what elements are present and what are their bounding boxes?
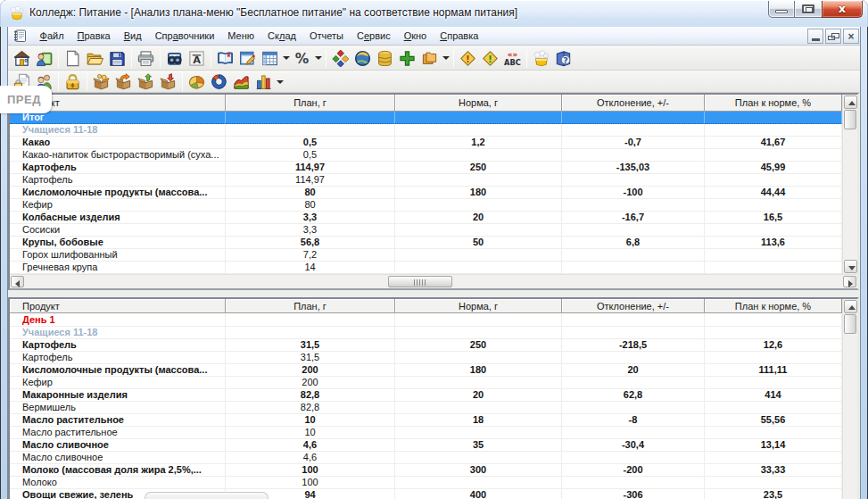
grid-row-norm[interactable]: Картофель31,5250-218,512,6 xyxy=(10,339,842,352)
menu-item-5[interactable]: Меню xyxy=(221,28,261,44)
vertical-scroll-thumb[interactable] xyxy=(844,314,856,334)
grid-row-norm[interactable]: Какао0,51,2-0,741,67 xyxy=(10,137,842,149)
grid-row-group[interactable]: Учащиеся 11-18 xyxy=(10,124,842,137)
horizontal-scrollbar[interactable] xyxy=(10,274,857,288)
scroll-left-icon[interactable] xyxy=(15,280,20,287)
grid-row-norm[interactable]: Кисломолочные продукты (массова...200180… xyxy=(10,364,842,377)
grid-row-norm[interactable]: Овощи свежие, зелень94400-30623,5 xyxy=(10,489,842,499)
mdi-restore-button[interactable] xyxy=(825,29,841,44)
menu-item-3[interactable]: Вид xyxy=(117,28,148,44)
menu-item-10[interactable]: Справка xyxy=(434,28,485,44)
menu-item-4[interactable]: Справочники xyxy=(148,28,221,44)
area-chart-button[interactable] xyxy=(230,72,252,92)
print-button[interactable] xyxy=(135,48,157,68)
grid-row-norm[interactable]: Кисломолочные продукты (массова...80180-… xyxy=(10,187,842,199)
scroll-up-icon[interactable] xyxy=(848,305,856,310)
grid-row-norm[interactable]: Крупы, бобовые56,8506,8113,6 xyxy=(10,237,842,249)
grid-row-item[interactable]: Горох шлифованный7,2 xyxy=(10,249,842,262)
column-header-3[interactable]: Норма, г xyxy=(395,299,562,313)
mdi-close-button[interactable]: × xyxy=(843,29,859,44)
find-binoculars-button[interactable] xyxy=(163,48,186,68)
pie-chart-button[interactable] xyxy=(186,72,208,92)
edit-window-button[interactable] xyxy=(236,48,259,68)
column-header-5[interactable]: План к норме, % xyxy=(705,95,842,112)
diamond-red-mark-button[interactable]: ! xyxy=(457,48,479,68)
new-document-button[interactable] xyxy=(62,48,84,68)
steaming-cup-button[interactable] xyxy=(530,48,552,68)
grid-row-norm[interactable]: Колбасные изделия3,320-16,716,5 xyxy=(10,212,842,224)
column-header-2[interactable]: План, г xyxy=(226,95,395,112)
box-arrow-green-button[interactable] xyxy=(135,72,157,92)
column-header-2[interactable]: План, г xyxy=(226,299,395,313)
grid-row-item[interactable]: Гречневая крупа14 xyxy=(10,262,842,274)
table-grid-dropdown-arrow[interactable] xyxy=(281,48,291,68)
open-book-button[interactable] xyxy=(214,48,236,68)
menu-item-2[interactable]: Правка xyxy=(70,28,117,44)
diamond-green-mark-button[interactable]: ! xyxy=(479,48,501,68)
grid-row-item[interactable]: Масло сливочное4,6 xyxy=(10,452,842,464)
maximize-button[interactable] xyxy=(795,1,822,18)
menu-item-1[interactable]: Файл xyxy=(33,28,70,44)
column-header-4[interactable]: Отклонение, +/- xyxy=(562,95,705,112)
grid-row-day[interactable]: День 1 xyxy=(10,314,842,327)
grid-row-norm[interactable]: Масло сливочное4,635-30,413,14 xyxy=(10,439,842,452)
table-grid-button[interactable] xyxy=(259,48,281,68)
grid-row-norm[interactable]: Молоко (массовая доля жира 2,5%,...10030… xyxy=(10,464,842,477)
vertical-scrollbar[interactable] xyxy=(842,299,857,499)
grid-row-total[interactable]: Итог xyxy=(10,112,842,124)
scroll-up-icon[interactable] xyxy=(848,101,856,105)
horizontal-scroll-thumb[interactable] xyxy=(388,276,452,287)
box-arrow-red-button[interactable] xyxy=(157,72,179,92)
menu-item-8[interactable]: Сервис xyxy=(350,28,397,44)
title-bar[interactable]: Колледж: Питание - [Анализ плана-меню "Б… xyxy=(0,0,868,27)
vertical-scroll-thumb[interactable] xyxy=(844,110,856,129)
document-system-menu-icon[interactable] xyxy=(12,29,27,43)
grid-row-item[interactable]: Вермишель82,8 xyxy=(10,402,842,414)
grid-row-item[interactable]: Какао-напиток быстрорастворимый (суха...… xyxy=(10,149,842,162)
donut-chart-button[interactable] xyxy=(208,72,230,92)
open-folder-button[interactable] xyxy=(84,48,106,68)
column-header-4[interactable]: Отклонение, +/- xyxy=(562,299,705,313)
grid-row-item[interactable]: Кефир80 xyxy=(10,199,842,212)
globe-button[interactable] xyxy=(351,48,374,68)
bar-chart-dropdown-arrow[interactable] xyxy=(275,72,285,92)
column-header-5[interactable]: План к норме, % xyxy=(705,299,842,313)
vertical-scrollbar[interactable] xyxy=(842,95,857,274)
grid-row-item[interactable]: Кефир200 xyxy=(10,377,842,389)
scroll-right-icon[interactable] xyxy=(848,280,853,287)
percent-button[interactable]: % xyxy=(291,48,313,68)
menu-item-9[interactable]: Окно xyxy=(397,28,434,44)
grid-row-item[interactable]: Молоко100 xyxy=(10,477,842,489)
save-button[interactable] xyxy=(106,48,128,68)
grid-row-norm[interactable]: Масло растительное1018-855,56 xyxy=(10,414,842,427)
mdi-minimize-button[interactable] xyxy=(807,29,823,44)
folders-button[interactable] xyxy=(418,48,441,68)
grid-row-item[interactable]: Картофель114,97 xyxy=(10,174,842,187)
bar-chart-button[interactable] xyxy=(252,72,275,92)
minimize-button[interactable] xyxy=(768,1,795,18)
grid-row-item[interactable]: Масло растительное10 xyxy=(10,427,842,439)
menu-item-7[interactable]: Отчеты xyxy=(302,28,350,44)
spellcheck-abc-button[interactable]: «»ABC xyxy=(501,48,524,68)
add-plus-button[interactable] xyxy=(396,48,418,68)
column-header-3[interactable]: Норма, г xyxy=(395,95,562,112)
box-coins-button[interactable] xyxy=(90,72,112,92)
font-letter-button[interactable]: А xyxy=(186,48,208,68)
scroll-down-icon[interactable] xyxy=(848,266,856,270)
diamonds-cluster-button[interactable] xyxy=(329,48,351,68)
pane-splitter[interactable] xyxy=(8,290,859,297)
grid-row-norm[interactable]: Картофель114,97250-135,0345,99 xyxy=(10,162,842,174)
percent-dropdown-arrow[interactable] xyxy=(313,48,323,68)
database-button[interactable] xyxy=(374,48,396,68)
padlock-button[interactable] xyxy=(62,72,84,92)
folders-dropdown-arrow[interactable] xyxy=(441,48,451,68)
help-book-button[interactable]: ? xyxy=(552,48,575,68)
grid-row-norm[interactable]: Макаронные изделия82,82062,8414 xyxy=(10,389,842,402)
box-arrow-orange-button[interactable] xyxy=(112,72,135,92)
grid-row-item[interactable]: Картофель31,5 xyxy=(10,352,842,364)
grid-row-item[interactable]: Сосиски3,3 xyxy=(10,224,842,237)
column-header-1[interactable]: Продукт xyxy=(10,299,226,313)
person-book-button[interactable] xyxy=(33,48,55,68)
close-button[interactable]: x xyxy=(822,1,863,18)
menu-item-6[interactable]: Склад xyxy=(261,28,303,44)
